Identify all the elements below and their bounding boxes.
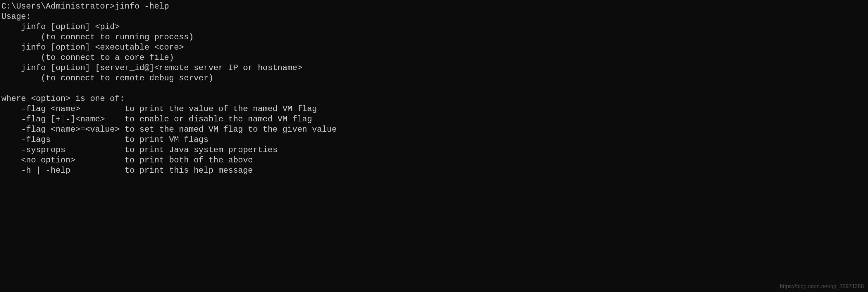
option-desc: to print both of the above bbox=[125, 156, 253, 165]
prompt-line: C:\Users\Administrator>jinfo -help bbox=[1, 2, 169, 11]
command-text: jinfo -help bbox=[115, 2, 169, 11]
option-flag: -sysprops bbox=[1, 145, 125, 155]
watermark-text: https://blog.csdn.net/qq_35971258 bbox=[780, 283, 864, 290]
option-desc: to print Java system properties bbox=[125, 145, 277, 155]
terminal-output: C:\Users\Administrator>jinfo -help Usage… bbox=[1, 1, 867, 176]
usage-line: (to connect to running process) bbox=[1, 32, 194, 42]
option-line: -flags to print VM flags bbox=[1, 135, 209, 144]
option-line: <no option> to print both of the above bbox=[1, 156, 253, 165]
option-flag: -flags bbox=[1, 135, 125, 144]
options-header: where <option> is one of: bbox=[1, 94, 125, 103]
option-desc: to print VM flags bbox=[125, 135, 209, 144]
option-desc: to set the named VM flag to the given va… bbox=[125, 125, 337, 134]
option-line: -sysprops to print Java system propertie… bbox=[1, 145, 278, 155]
usage-line: jinfo [option] [server_id@]<remote serve… bbox=[1, 63, 302, 72]
usage-line: (to connect to remote debug server) bbox=[1, 74, 213, 83]
option-flag: <no option> bbox=[1, 156, 125, 165]
option-desc: to print the value of the named VM flag bbox=[125, 104, 317, 114]
option-flag: -flag [+|-]<name> bbox=[1, 115, 125, 124]
option-desc: to enable or disable the named VM flag bbox=[125, 115, 312, 124]
option-desc: to print this help message bbox=[125, 166, 253, 175]
prompt-path: C:\Users\Administrator> bbox=[1, 2, 115, 11]
usage-line: jinfo [option] <pid> bbox=[1, 22, 120, 31]
option-flag: -flag <name> bbox=[1, 104, 125, 114]
option-line: -flag <name>=<value> to set the named VM… bbox=[1, 125, 337, 134]
usage-line: jinfo [option] <executable <core> bbox=[1, 43, 184, 52]
option-line: -flag [+|-]<name> to enable or disable t… bbox=[1, 115, 312, 124]
usage-header: Usage: bbox=[1, 12, 31, 21]
usage-line: (to connect to a core file) bbox=[1, 53, 174, 62]
option-line: -h | -help to print this help message bbox=[1, 166, 253, 175]
option-flag: -h | -help bbox=[1, 166, 125, 175]
option-flag: -flag <name>=<value> bbox=[1, 125, 125, 134]
option-line: -flag <name> to print the value of the n… bbox=[1, 104, 317, 114]
